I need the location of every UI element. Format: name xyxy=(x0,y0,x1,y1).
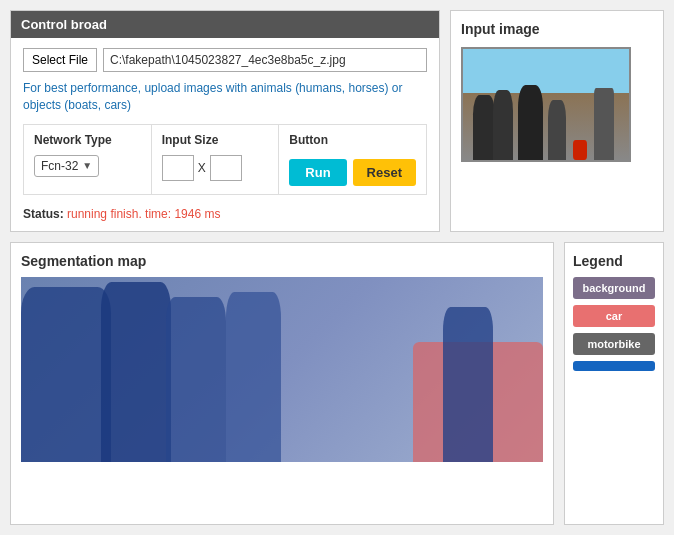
size-width-box[interactable] xyxy=(162,155,194,181)
status-row: Status: running finish. time: 1946 ms xyxy=(23,207,427,221)
button-cell: Button Run Reset xyxy=(279,125,426,194)
reset-button[interactable]: Reset xyxy=(353,159,416,186)
segmentation-title: Segmentation map xyxy=(21,253,543,269)
person-silhouette-4 xyxy=(548,100,566,160)
segmentation-image xyxy=(21,277,543,462)
person-silhouette-1 xyxy=(473,95,495,160)
input-size-row: X xyxy=(162,155,269,181)
input-image-photo xyxy=(463,49,629,160)
options-row: Network Type Fcn-32 ▼ Input Size X xyxy=(23,124,427,195)
file-row: Select File xyxy=(23,48,427,72)
legend-title: Legend xyxy=(573,253,655,269)
legend-item-person xyxy=(573,361,655,371)
input-size-cell: Input Size X xyxy=(152,125,280,194)
status-label: Status: xyxy=(23,207,64,221)
network-type-value: Fcn-32 xyxy=(41,159,78,173)
input-size-label: Input Size xyxy=(162,133,269,147)
legend-item-car: car xyxy=(573,305,655,327)
control-panel: Control broad Select File For best perfo… xyxy=(10,10,440,232)
segmentation-panel: Segmentation map xyxy=(10,242,554,525)
person-silhouette-2 xyxy=(493,90,513,160)
size-x-separator: X xyxy=(198,161,206,175)
panel-title-text: Control broad xyxy=(21,17,107,32)
seg-person-5 xyxy=(443,307,493,462)
status-value: running finish. time: 1946 ms xyxy=(67,207,220,221)
legend-item-motorbike: motorbike xyxy=(573,333,655,355)
fire-hydrant xyxy=(573,140,587,160)
seg-person-4 xyxy=(226,292,281,462)
network-type-cell: Network Type Fcn-32 ▼ xyxy=(24,125,152,194)
legend-item-background: background xyxy=(573,277,655,299)
run-button[interactable]: Run xyxy=(289,159,346,186)
button-cell-label: Button xyxy=(289,133,416,147)
hint-text: For best performance, upload images with… xyxy=(23,80,427,114)
size-height-box[interactable] xyxy=(210,155,242,181)
file-path-input[interactable] xyxy=(103,48,427,72)
person-silhouette-3 xyxy=(518,85,543,160)
network-type-select[interactable]: Fcn-32 ▼ xyxy=(34,155,99,177)
input-image-box xyxy=(461,47,631,162)
input-image-title: Input image xyxy=(461,21,653,37)
person-silhouette-5 xyxy=(594,88,614,160)
button-row: Run Reset xyxy=(289,155,416,186)
chevron-down-icon: ▼ xyxy=(82,160,92,171)
seg-person-3 xyxy=(166,297,226,462)
seg-person-2 xyxy=(101,282,171,462)
control-panel-title: Control broad xyxy=(11,11,439,38)
network-type-label: Network Type xyxy=(34,133,141,147)
seg-person-1 xyxy=(21,287,111,462)
legend-panel: Legend background car motorbike xyxy=(564,242,664,525)
input-image-panel: Input image xyxy=(450,10,664,232)
select-file-button[interactable]: Select File xyxy=(23,48,97,72)
